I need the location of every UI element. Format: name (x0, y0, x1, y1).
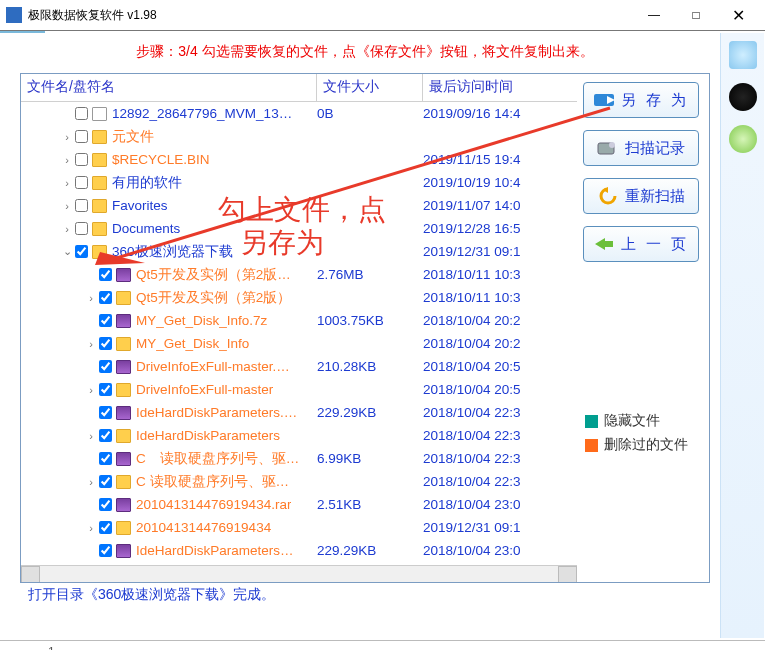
horizontal-scrollbar[interactable] (21, 565, 577, 582)
table-row[interactable]: ›C 读取硬盘序列号、驱…2018/10/04 22:3 (21, 470, 577, 493)
table-row[interactable]: Qt5开发及实例（第2版…2.76MB2018/10/11 10:3 (21, 263, 577, 286)
qq-icon[interactable] (729, 83, 757, 111)
file-name: Favorites (112, 198, 168, 213)
table-row[interactable]: DriveInfoExFull-master.…210.28KB2018/10/… (21, 355, 577, 378)
row-checkbox[interactable] (75, 222, 88, 235)
file-size: 0B (317, 106, 423, 121)
row-checkbox[interactable] (99, 337, 112, 350)
table-row[interactable]: C 读取硬盘序列号、驱…6.99KB2018/10/04 22:3 (21, 447, 577, 470)
expand-toggle[interactable]: ⌄ (61, 245, 73, 258)
col-header-size[interactable]: 文件大小 (317, 74, 423, 101)
table-row[interactable]: 201041314476919434.rar2.51KB2018/10/04 2… (21, 493, 577, 516)
table-header: 文件名/盘符名 文件大小 最后访问时间 (21, 74, 577, 102)
file-date: 2018/10/04 20:2 (423, 313, 571, 328)
row-checkbox[interactable] (99, 475, 112, 488)
file-date: 2019/09/16 14:4 (423, 106, 571, 121)
file-date: 2018/10/11 10:3 (423, 267, 571, 282)
row-checkbox[interactable] (99, 291, 112, 304)
prev-page-button[interactable]: 上 一 页 (583, 226, 699, 262)
expand-toggle[interactable]: › (85, 384, 97, 396)
file-name: 有用的软件 (112, 174, 182, 192)
rar-icon (116, 406, 131, 420)
folder-icon (92, 130, 107, 144)
rescan-button[interactable]: 重新扫描 (583, 178, 699, 214)
file-date: 2018/10/04 20:5 (423, 359, 571, 374)
folder-icon (116, 383, 131, 397)
help-icon[interactable] (729, 125, 757, 153)
expand-toggle[interactable]: › (61, 154, 73, 166)
row-checkbox[interactable] (99, 406, 112, 419)
titlebar: 极限数据恢复软件 v1.98 — □ ✕ (0, 0, 765, 30)
folder-icon (116, 429, 131, 443)
row-checkbox[interactable] (75, 130, 88, 143)
row-checkbox[interactable] (99, 544, 112, 557)
file-size: 2.51KB (317, 497, 423, 512)
expand-toggle[interactable]: › (85, 430, 97, 442)
file-date: 2018/10/04 20:2 (423, 336, 571, 351)
col-header-date[interactable]: 最后访问时间 (423, 74, 553, 101)
table-row[interactable]: ›DriveInfoExFull-master2018/10/04 20:5 (21, 378, 577, 401)
expand-toggle[interactable]: › (61, 177, 73, 189)
row-checkbox[interactable] (75, 245, 88, 258)
save-as-button[interactable]: 另 存 为 (583, 82, 699, 118)
row-checkbox[interactable] (99, 498, 112, 511)
expand-toggle[interactable]: › (85, 476, 97, 488)
close-button[interactable]: ✕ (717, 1, 759, 29)
row-checkbox[interactable] (99, 429, 112, 442)
row-checkbox[interactable] (99, 383, 112, 396)
table-row[interactable]: MY_Get_Disk_Info.7z1003.75KB2018/10/04 2… (21, 309, 577, 332)
table-row[interactable]: IdeHardDiskParameters.…229.29KB2018/10/0… (21, 401, 577, 424)
row-checkbox[interactable] (99, 360, 112, 373)
row-checkbox[interactable] (75, 107, 88, 120)
file-rows: 12892_28647796_MVM_13…0B2019/09/16 14:4›… (21, 102, 577, 565)
row-checkbox[interactable] (75, 153, 88, 166)
expand-toggle[interactable]: › (61, 200, 73, 212)
file-table-frame: 文件名/盘符名 文件大小 最后访问时间 12892_28647796_MVM_1… (20, 73, 710, 583)
file-date: 2019/10/19 10:4 (423, 175, 571, 190)
minimize-button[interactable]: — (633, 1, 675, 29)
row-checkbox[interactable] (99, 521, 112, 534)
row-checkbox[interactable] (75, 176, 88, 189)
table-row[interactable]: ›Favorites2019/11/07 14:0 (21, 194, 577, 217)
table-row[interactable]: ›有用的软件2019/10/19 10:4 (21, 171, 577, 194)
window-title: 极限数据恢复软件 v1.98 (28, 7, 633, 24)
table-row[interactable]: ›Qt5开发及实例（第2版）2018/10/11 10:3 (21, 286, 577, 309)
expand-toggle[interactable]: › (85, 338, 97, 350)
table-row[interactable]: ›元文件 (21, 125, 577, 148)
svg-marker-5 (595, 238, 613, 250)
file-name: DriveInfoExFull-master (136, 382, 273, 397)
legend-hidden-label: 隐藏文件 (604, 412, 660, 430)
rar-icon (116, 498, 131, 512)
table-row[interactable]: ›2010413144769194342019/12/31 09:1 (21, 516, 577, 539)
row-checkbox[interactable] (99, 268, 112, 281)
table-row[interactable]: ⌄360极速浏览器下载2019/12/31 09:1 (21, 240, 577, 263)
expand-toggle[interactable]: › (61, 131, 73, 143)
scan-log-button[interactable]: 扫描记录 (583, 130, 699, 166)
cloud-icon[interactable] (729, 41, 757, 69)
table-row[interactable]: 12892_28647796_MVM_13…0B2019/09/16 14:4 (21, 102, 577, 125)
camera-icon (597, 139, 619, 157)
table-row[interactable]: ›Documents2019/12/28 16:5 (21, 217, 577, 240)
col-header-name[interactable]: 文件名/盘符名 (21, 74, 317, 101)
expand-toggle[interactable]: › (85, 522, 97, 534)
folder-icon (92, 199, 107, 213)
folder-icon (92, 222, 107, 236)
row-checkbox[interactable] (75, 199, 88, 212)
file-date: 2019/12/28 16:5 (423, 221, 571, 236)
expand-toggle[interactable]: › (61, 223, 73, 235)
step-message: 步骤：3/4 勾选需要恢复的文件，点《保存文件》按钮，将文件复制出来。 (20, 35, 710, 73)
maximize-button[interactable]: □ (675, 1, 717, 29)
file-name: 201041314476919434 (136, 520, 271, 535)
table-row[interactable]: ›$RECYCLE.BIN2019/11/15 19:4 (21, 148, 577, 171)
folder-icon (116, 291, 131, 305)
expand-toggle[interactable]: › (85, 292, 97, 304)
table-row[interactable]: ›MY_Get_Disk_Info2018/10/04 20:2 (21, 332, 577, 355)
file-date: 2018/10/04 23:0 (423, 497, 571, 512)
arrow-left-icon (593, 235, 615, 253)
file-name: IdeHardDiskParameters… (136, 543, 294, 558)
row-checkbox[interactable] (99, 314, 112, 327)
table-row[interactable]: ›IdeHardDiskParameters2018/10/04 22:3 (21, 424, 577, 447)
table-row[interactable]: IdeHardDiskParameters…229.29KB2018/10/04… (21, 539, 577, 562)
row-checkbox[interactable] (99, 452, 112, 465)
file-date: 2018/10/04 20:5 (423, 382, 571, 397)
